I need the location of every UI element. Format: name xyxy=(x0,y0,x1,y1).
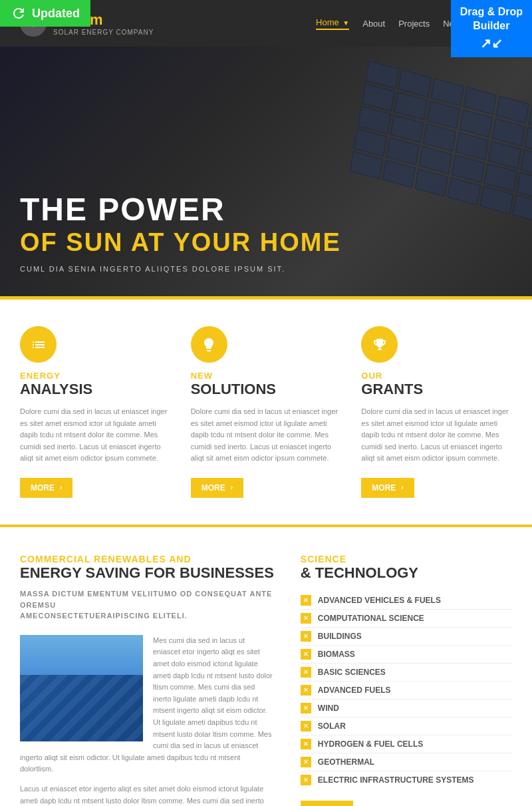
feature2-text: Dolore cumi dia sed in lacus ut eniascet… xyxy=(191,406,342,465)
science-item: ✕ BASIC SCIENCES xyxy=(301,664,512,682)
chevron-right-icon: › xyxy=(231,484,233,491)
dnd-line2: Builder xyxy=(473,20,509,31)
feature1-title-big: ANALYSIS xyxy=(20,381,171,398)
commercial-section: COMMERCIAL RENEWABLES AND ENERGY SAVING … xyxy=(0,527,532,806)
sci-bullet-icon: ✕ xyxy=(301,721,311,731)
feature3-title-small: OUR xyxy=(361,371,512,381)
science-item: ✕ COMPUTATIONAL SCIENCE xyxy=(301,610,512,628)
hero-section: THE POWER OF SUN AT YOUR HOME CUML DIA S… xyxy=(0,47,532,300)
commercial-left: COMMERCIAL RENEWABLES AND ENERGY SAVING … xyxy=(20,554,274,806)
science-item: ✕ BUILDINGS xyxy=(301,628,512,646)
nav-home[interactable]: Home ▼ xyxy=(316,17,349,30)
commercial-image xyxy=(20,635,143,741)
feature2-more-button[interactable]: MORE › xyxy=(191,478,243,498)
energy-analysis-icon-wrap xyxy=(20,326,57,363)
sci-bullet-icon: ✕ xyxy=(301,757,311,767)
feature2-title-big: SOLUTIONS xyxy=(191,381,342,398)
feature3-more-button[interactable]: MORE › xyxy=(361,478,414,498)
nav-about[interactable]: About xyxy=(362,19,385,29)
commercial-body: Mes cumi dia sed in lacus ut eniascet et… xyxy=(20,635,274,806)
commercial-title-yellow: COMMERCIAL RENEWABLES AND xyxy=(20,554,274,564)
science-title-big: & TECHNOLOGY xyxy=(301,564,512,582)
updated-badge: Updated xyxy=(0,0,90,27)
science-item: ✕ BIOMASS xyxy=(301,646,512,664)
chevron-right-icon: › xyxy=(401,484,403,491)
solar-panel-image xyxy=(20,675,143,741)
feature1-text: Dolore cumi dia sed in lacus ut eniascet… xyxy=(20,406,171,465)
refresh-icon xyxy=(11,5,27,21)
sci-bullet-icon: ✕ xyxy=(301,595,311,606)
commercial-text2: Lacus ut eniascet etor ingerto aliqt es … xyxy=(20,783,274,806)
science-item: ✕ HYDROGEN & FUEL CELLS xyxy=(301,735,512,753)
sci-bullet-icon: ✕ xyxy=(301,703,311,713)
dnd-line1: Drag & Drop xyxy=(460,6,523,17)
sci-bullet-icon: ✕ xyxy=(301,631,311,642)
science-more-button[interactable]: MORE › xyxy=(301,801,353,806)
sci-bullet-icon: ✕ xyxy=(301,649,311,660)
feature3-title-big: GRANTS xyxy=(361,381,512,398)
feature1-more-button[interactable]: MORE › xyxy=(20,478,72,498)
trophy-icon xyxy=(372,337,388,353)
commercial-title-big: ENERGY SAVING FOR BUSINESSES xyxy=(20,564,274,582)
science-item: ✕ WIND xyxy=(301,700,512,717)
nav-arrow: ▼ xyxy=(342,19,349,27)
science-item: ✕ ADVANCED VEHICLES & FUELS xyxy=(301,592,512,610)
hero-title-yellow: OF SUN AT YOUR HOME xyxy=(20,228,341,257)
grants-icon-wrap xyxy=(361,326,398,363)
science-item: ✕ ADVANCED FUELS xyxy=(301,682,512,700)
feature1-title-small: ENERGY xyxy=(20,371,171,381)
lightbulb-icon xyxy=(201,337,217,353)
science-list: ✕ ADVANCED VEHICLES & FUELS ✕ COMPUTATIO… xyxy=(301,592,512,789)
sci-bullet-icon: ✕ xyxy=(301,685,311,696)
sci-bullet-icon: ✕ xyxy=(301,775,311,785)
features-section: ENERGY ANALYSIS Dolore cumi dia sed in l… xyxy=(0,300,532,524)
nav-projects[interactable]: Projects xyxy=(398,19,430,29)
science-item: ✕ GEOTHERMAL xyxy=(301,753,512,771)
feature-grants: OUR GRANTS Dolore cumi dia sed in lacus … xyxy=(361,326,512,498)
yellow-accent-bar xyxy=(0,296,532,300)
logo-sub: SOLAR ENERGY COMPANY xyxy=(53,29,154,36)
dnd-badge: Drag & Drop Builder ↗↙ xyxy=(451,0,532,57)
science-technology: SCIENCE & TECHNOLOGY ✕ ADVANCED VEHICLES… xyxy=(301,554,512,806)
feature2-title-small: NEW xyxy=(191,371,342,381)
arrows-icon: ↗↙ xyxy=(460,35,523,52)
sci-bullet-icon: ✕ xyxy=(301,739,311,749)
feature-energy-analysis: ENERGY ANALYSIS Dolore cumi dia sed in l… xyxy=(20,326,171,498)
updated-label: Updated xyxy=(32,7,80,21)
sci-bullet-icon: ✕ xyxy=(301,667,311,678)
feature-new-solutions: NEW SOLUTIONS Dolore cumi dia sed in lac… xyxy=(191,326,342,498)
science-item: ✕ ELECTRIC INFRASTRUCTURE SYSTEMS xyxy=(301,771,512,789)
science-title-yellow: SCIENCE xyxy=(301,554,512,564)
science-item: ✕ SOLAR xyxy=(301,717,512,735)
hero-subtitle: CUML DIA SENIA INGERTO ALIIQTES DOLORE I… xyxy=(20,265,341,273)
sci-bullet-icon: ✕ xyxy=(301,613,311,624)
commercial-subtitle: MASSA DICTUM EMENTUM VELIITUMO OD CONSEQ… xyxy=(20,588,274,622)
chart-icon xyxy=(31,337,47,353)
chevron-right-icon: › xyxy=(60,484,62,491)
feature3-text: Dolore cumi dia sed in lacus ut eniascet… xyxy=(361,406,512,465)
hero-title-white: THE POWER xyxy=(20,194,341,226)
new-solutions-icon-wrap xyxy=(191,326,227,363)
hero-content: THE POWER OF SUN AT YOUR HOME CUML DIA S… xyxy=(20,194,341,273)
